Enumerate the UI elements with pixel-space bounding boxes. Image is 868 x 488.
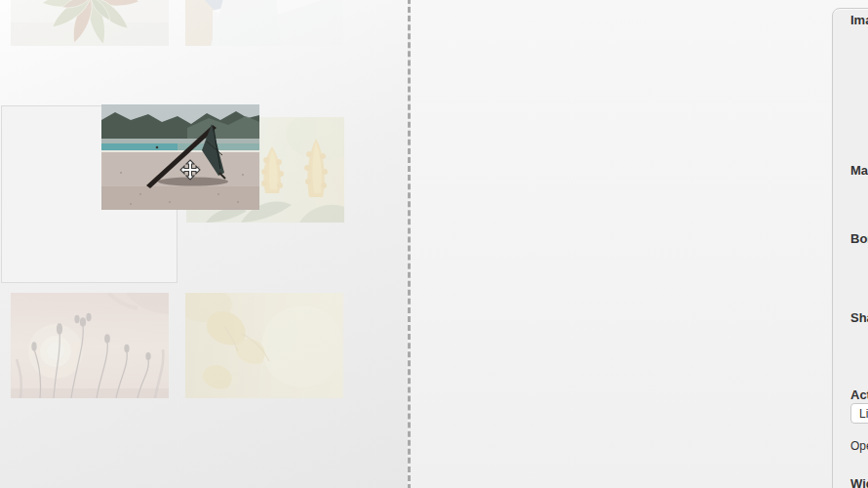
beach-windsurf-photo xyxy=(101,104,259,210)
width-heading: Width xyxy=(850,476,868,488)
potted-plant-desk-photo xyxy=(185,0,343,46)
image-settings-panel: Image xyxy=(832,8,868,488)
aloe-plant-photo xyxy=(11,0,169,46)
settings-area: Image xyxy=(411,0,868,488)
gallery-item-sunset[interactable] xyxy=(11,293,169,398)
action-type-select[interactable]: Link to a menu item ▼ xyxy=(850,403,868,424)
open-in-label: Open in : xyxy=(850,439,868,453)
gallery-item-yellow-leaves[interactable] xyxy=(185,293,343,398)
border-heading: Border xyxy=(850,231,868,246)
yellow-leaves-photo xyxy=(185,293,343,398)
move-cursor-icon xyxy=(179,159,201,181)
margins-heading: Margins (in px) xyxy=(850,163,868,178)
gallery-item-desk[interactable] xyxy=(185,0,343,46)
gallery-canvas xyxy=(0,0,408,488)
shadow-heading: Shadow xyxy=(850,310,868,325)
gallery-item-aloe[interactable] xyxy=(11,0,169,46)
gallery-item-beach-dragged[interactable] xyxy=(101,104,259,210)
action-on-click-heading: Action on click xyxy=(850,387,868,402)
sunset-plants-photo xyxy=(11,293,169,398)
action-type-selected-value: Link to a menu item xyxy=(859,407,868,421)
panel-title: Image xyxy=(850,13,868,27)
